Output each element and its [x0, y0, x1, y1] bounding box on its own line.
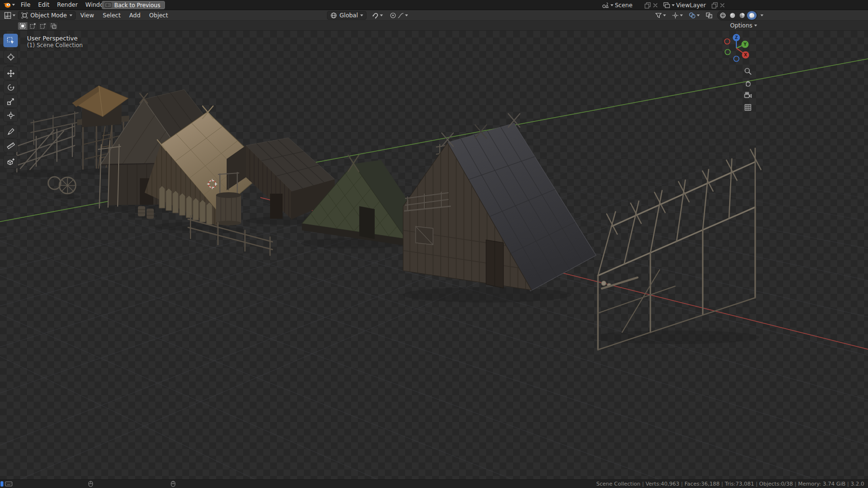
tool-add-cube[interactable]: [3, 155, 18, 169]
tool-annotate[interactable]: [3, 125, 18, 138]
tool-rotate[interactable]: [3, 80, 18, 94]
viewport-header: Object Mode View Select Add Object Globa…: [0, 10, 868, 21]
overlays-toggle[interactable]: [687, 11, 701, 20]
move-icon: [7, 69, 15, 78]
shading-wireframe[interactable]: [718, 11, 728, 20]
stat-memory: Memory: 3.74 GiB: [793, 481, 845, 487]
material-sphere-icon: [739, 12, 746, 19]
tool-transform[interactable]: [3, 108, 18, 122]
options-dropdown[interactable]: Options: [728, 21, 759, 30]
shading-rendered[interactable]: [747, 11, 757, 20]
scene-icon: [602, 2, 609, 9]
chevron-down-icon: [69, 14, 72, 16]
scene-name[interactable]: Scene: [615, 2, 643, 9]
duplicate-icon[interactable]: [711, 2, 718, 9]
snap-settings-caret[interactable]: [380, 14, 383, 16]
add-cube-icon: [7, 158, 15, 166]
tool-select-box[interactable]: [3, 34, 18, 47]
transform-icon: [7, 111, 15, 119]
gizmo-neg-x[interactable]: [725, 39, 730, 44]
scene-selector[interactable]: Scene: [600, 1, 660, 10]
back-to-previous-button[interactable]: Back to Previous: [102, 1, 165, 9]
duplicate-icon[interactable]: [644, 2, 651, 9]
select-mode-group: [17, 22, 59, 30]
select-extend-icon: [29, 23, 36, 29]
scene-timber-frame[interactable]: [598, 148, 761, 350]
topbar: File Edit Render Window Help Back to Pre…: [0, 0, 868, 10]
zoom-button[interactable]: [742, 66, 754, 77]
remove-icon[interactable]: [719, 2, 725, 8]
tool-cursor[interactable]: [3, 50, 18, 64]
viewlayer-selector[interactable]: ViewLayer: [662, 1, 727, 10]
tool-settings-bar: Options: [0, 21, 868, 31]
select-mode-subtract[interactable]: [38, 22, 48, 30]
xray-toggle[interactable]: [704, 11, 714, 20]
shading-material-preview[interactable]: [737, 11, 747, 20]
menu-select[interactable]: Select: [99, 11, 124, 20]
object-visibility-dropdown[interactable]: [653, 11, 667, 20]
stat-tris: Tris:73,081: [719, 481, 754, 487]
measure-icon: [7, 142, 15, 150]
rotate-icon: [7, 83, 15, 92]
navigation-gizmo[interactable]: Z Y X: [720, 32, 752, 64]
visibility-funnel-icon: [655, 12, 662, 19]
gizmo-neg-y[interactable]: [725, 50, 731, 55]
mode-dropdown[interactable]: Object Mode: [18, 11, 76, 20]
keymap-mouse-icon: [88, 481, 93, 487]
viewlayer-name[interactable]: ViewLayer: [676, 2, 710, 9]
menu-file[interactable]: File: [17, 0, 34, 10]
chevron-down-icon: [672, 4, 675, 6]
tool-shelf: [3, 34, 18, 169]
chevron-down-icon: [680, 14, 683, 16]
camera-view-button[interactable]: [742, 90, 754, 101]
shading-dropdown-caret[interactable]: [760, 14, 763, 16]
menu-add[interactable]: Add: [125, 11, 144, 20]
select-box-icon: [7, 37, 15, 45]
viewlayer-icon: [663, 2, 670, 9]
chevron-down-icon: [12, 4, 15, 6]
scale-icon: [7, 97, 15, 106]
select-mode-set[interactable]: [18, 22, 28, 30]
menu-object[interactable]: Object: [145, 11, 172, 20]
viewport-canvas[interactable]: User Perspective (1) Scene Collection: [0, 31, 868, 479]
solid-sphere-icon: [729, 12, 736, 19]
orientation-label: Global: [339, 12, 358, 19]
chevron-down-icon: [360, 14, 363, 16]
snap-toggle[interactable]: [370, 11, 384, 20]
gizmo-neg-z[interactable]: [734, 56, 739, 62]
options-label: Options: [730, 22, 752, 29]
falloff-curve-icon: [397, 12, 404, 19]
keymap-keyboard-icon: [5, 481, 13, 487]
tool-measure[interactable]: [3, 139, 18, 152]
orthographic-grid-icon: [744, 104, 752, 111]
blender-menu-button[interactable]: [0, 1, 17, 9]
view-perspective-label: User Perspective: [27, 35, 78, 42]
orthographic-toggle-button[interactable]: [742, 102, 754, 113]
statusbar: Scene CollectionVerts:40,963Faces:36,188…: [0, 479, 868, 488]
unlink-icon[interactable]: [652, 2, 658, 8]
scene-render[interactable]: [0, 31, 868, 479]
menu-render[interactable]: Render: [53, 0, 81, 10]
tool-move[interactable]: [3, 66, 18, 80]
gizmo-z-label: Z: [735, 35, 738, 40]
gizmo-x-label: X: [744, 53, 747, 57]
falloff-caret[interactable]: [405, 14, 408, 16]
rendered-sphere-icon: [748, 12, 755, 19]
topbar-right-cluster: Scene ViewLayer: [600, 0, 727, 10]
tool-scale[interactable]: [3, 94, 18, 108]
transform-orientation-dropdown[interactable]: Global: [327, 11, 366, 20]
scene-longhouse[interactable]: [403, 114, 596, 296]
proportional-editing-toggle[interactable]: [388, 11, 409, 20]
select-mode-extend[interactable]: [28, 22, 38, 30]
menu-edit[interactable]: Edit: [34, 0, 53, 10]
editor-type-selector[interactable]: [2, 11, 17, 20]
gizmos-toggle[interactable]: [670, 11, 684, 20]
xray-icon: [705, 12, 713, 19]
menu-view[interactable]: View: [77, 11, 98, 20]
statusbar-left-accent: [0, 481, 3, 487]
blender-logo: [3, 1, 11, 9]
shading-solid[interactable]: [728, 11, 737, 20]
pan-button[interactable]: [742, 78, 754, 89]
active-collection-label: (1) Scene Collection: [27, 42, 83, 49]
select-mode-intersect[interactable]: [48, 22, 58, 30]
